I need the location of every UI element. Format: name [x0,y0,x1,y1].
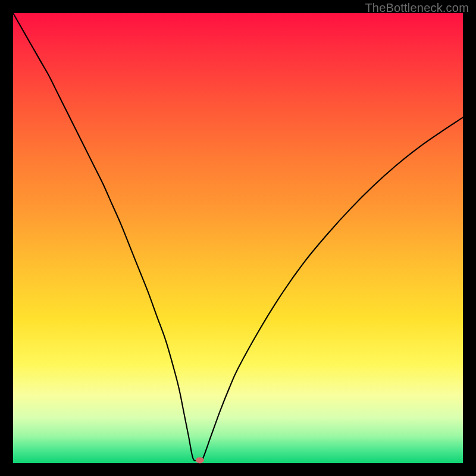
chart-frame: TheBottleneck.com [0,0,476,476]
watermark-text: TheBottleneck.com [365,1,469,15]
bottleneck-curve [13,13,463,462]
curve-svg [13,13,463,463]
plot-area [13,13,463,463]
optimum-marker [196,457,204,463]
